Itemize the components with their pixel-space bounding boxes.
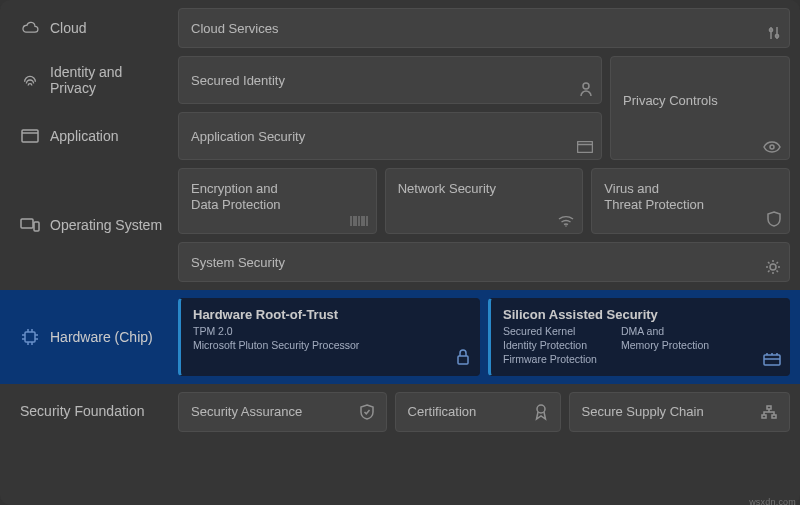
wifi-icon [558,215,574,227]
card-secured-identity-label: Secured Identity [191,73,285,88]
card-cert-label: Certification [408,404,477,419]
card-system-security[interactable]: System Security [178,242,790,282]
barcode-icon [350,215,368,227]
card-application-security-label: Application Security [191,129,305,144]
cloud-icon [20,21,40,35]
silicon-col1-b: Identity Protection [503,338,597,352]
gear-shield-icon [765,259,781,275]
chip-icon [20,327,40,347]
card-encryption[interactable]: Encryption and Data Protection [178,168,377,234]
silicon-col1-c: Firmware Protection [503,352,597,366]
fingerprint-icon [20,71,40,89]
svg-rect-15 [762,415,766,418]
svg-rect-16 [772,415,776,418]
card-root-line1: TPM 2.0 [193,324,443,338]
svg-point-8 [566,225,568,227]
label-cloud: Cloud [10,8,170,48]
svg-rect-2 [22,130,38,142]
label-foundation: Security Foundation [10,392,170,432]
label-hardware-text: Hardware (Chip) [50,329,153,345]
row-identity-app: Identity and Privacy Application Secured… [10,56,790,160]
row-os: Operating System Encryption and Data Pro… [10,168,790,282]
label-application-text: Application [50,128,119,144]
row-hardware: Hardware (Chip) Hardware Root-of-Trust T… [0,290,800,384]
eye-icon [763,141,781,153]
label-hardware: Hardware (Chip) [10,298,170,376]
org-chart-icon [761,405,777,419]
label-cloud-text: Cloud [50,20,87,36]
card-application-security[interactable]: Application Security [178,112,602,160]
app-window-icon [577,141,593,153]
card-virus-threat[interactable]: Virus and Threat Protection [591,168,790,234]
card-silicon-assisted-security[interactable]: Silicon Assisted Security Secured Kernel… [488,298,790,376]
card-hardware-root-of-trust[interactable]: Hardware Root-of-Trust TPM 2.0 Microsoft… [178,298,480,376]
card-network-security[interactable]: Network Security [385,168,584,234]
label-foundation-text: Security Foundation [20,403,145,419]
card-secure-supply-chain[interactable]: Secure Supply Chain [569,392,790,432]
card-system-security-label: System Security [191,255,285,270]
silicon-col2-a: DMA and [621,324,709,338]
svg-rect-11 [458,356,468,364]
card-chip-icon [763,352,781,369]
row-foundation: Security Foundation Security Assurance C… [10,392,790,432]
silicon-col1-a: Secured Kernel [503,324,597,338]
svg-point-3 [583,83,589,89]
card-privacy-controls-label: Privacy Controls [623,93,718,108]
window-icon [20,129,40,143]
label-identity: Identity and Privacy [10,56,170,104]
card-root-line2: Microsoft Pluton Security Processor [193,338,443,352]
svg-rect-7 [34,222,39,231]
svg-rect-12 [764,355,780,365]
shield-icon [767,211,781,227]
card-encryption-label: Encryption and Data Protection [191,181,281,214]
svg-point-5 [770,145,774,149]
card-silicon-title: Silicon Assisted Security [503,307,753,322]
card-cloud-services[interactable]: Cloud Services [178,8,790,48]
label-identity-text: Identity and Privacy [50,64,164,96]
card-cloud-services-label: Cloud Services [191,21,278,36]
svg-rect-10 [25,332,35,342]
lock-icon [455,348,471,369]
person-icon [579,81,593,97]
label-os-text: Operating System [50,217,162,233]
svg-point-9 [770,264,776,270]
ribbon-icon [534,403,548,421]
card-certification[interactable]: Certification [395,392,561,432]
label-application: Application [10,112,170,160]
label-os: Operating System [10,168,170,282]
card-secured-identity[interactable]: Secured Identity [178,56,602,104]
svg-rect-6 [21,219,33,228]
card-root-title: Hardware Root-of-Trust [193,307,443,322]
card-privacy-controls[interactable]: Privacy Controls [610,56,790,160]
row-cloud: Cloud Cloud Services [10,8,790,48]
svg-rect-14 [767,406,771,409]
card-network-security-label: Network Security [398,181,496,197]
silicon-col2-b: Memory Protection [621,338,709,352]
sliders-icon [767,25,781,41]
card-assurance-label: Security Assurance [191,404,302,419]
svg-rect-4 [578,142,593,153]
card-security-assurance[interactable]: Security Assurance [178,392,387,432]
watermark: wsxdn.com [749,497,796,505]
svg-point-13 [537,405,545,413]
card-virus-threat-label: Virus and Threat Protection [604,181,704,214]
check-shield-icon [360,404,374,420]
card-supply-label: Secure Supply Chain [582,404,704,419]
devices-icon [20,217,40,233]
